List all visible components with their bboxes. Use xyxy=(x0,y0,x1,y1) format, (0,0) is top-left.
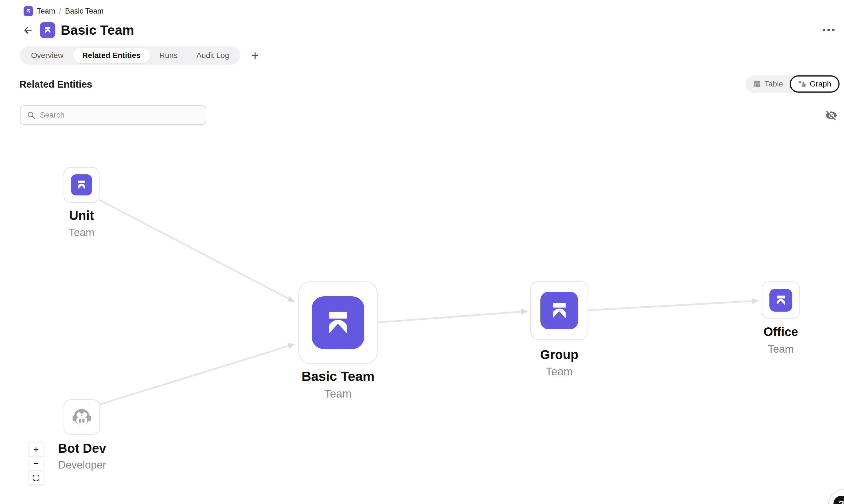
node-office-label: Office xyxy=(764,325,798,339)
zoom-controls: + − xyxy=(29,442,43,485)
fit-view-icon xyxy=(33,474,40,481)
node-bot-label: Bot Dev xyxy=(58,441,106,456)
node-group-label: Group xyxy=(540,347,578,362)
edge-bot-basic[interactable] xyxy=(101,346,289,404)
node-bot-dev[interactable] xyxy=(64,399,100,435)
node-bot-sublabel: Developer xyxy=(58,459,106,471)
robot-developer-icon xyxy=(71,407,93,427)
edge-basic-group[interactable] xyxy=(378,312,522,322)
zoom-in-button[interactable]: + xyxy=(29,442,43,456)
edge-unit-basic[interactable] xyxy=(100,200,289,299)
port-team-icon xyxy=(769,289,792,312)
graph-edges xyxy=(0,0,844,504)
node-office[interactable] xyxy=(762,282,800,319)
port-team-icon xyxy=(312,296,364,349)
fit-view-button[interactable] xyxy=(29,470,43,485)
zoom-out-button[interactable]: − xyxy=(29,456,43,471)
node-unit-sublabel: Team xyxy=(69,227,94,239)
node-group-sublabel: Team xyxy=(546,365,573,378)
port-team-icon xyxy=(71,174,92,195)
node-basic-team[interactable] xyxy=(298,282,378,364)
node-office-sublabel: Team xyxy=(768,343,794,355)
node-basic-sublabel: Team xyxy=(324,388,352,400)
node-group[interactable] xyxy=(530,281,588,340)
node-unit-label: Unit xyxy=(69,208,94,223)
node-basic-label: Basic Team xyxy=(301,369,374,384)
port-team-icon xyxy=(540,292,578,329)
node-unit[interactable] xyxy=(64,167,100,203)
edge-group-office[interactable] xyxy=(589,301,753,310)
